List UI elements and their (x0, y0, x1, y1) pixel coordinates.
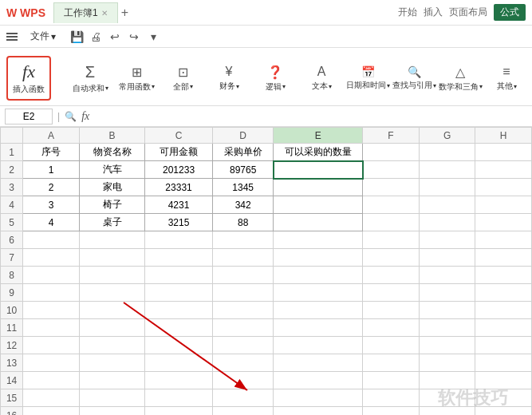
cell-A6[interactable] (23, 231, 80, 249)
cell-C10[interactable] (145, 302, 213, 319)
col-header-b[interactable]: B (79, 128, 144, 144)
text-button[interactable]: A 文本▾ (301, 63, 341, 93)
cell-D8[interactable] (212, 267, 273, 284)
row-header-1[interactable]: 1 (1, 144, 23, 161)
cell-C12[interactable] (145, 337, 213, 354)
cell-F5[interactable] (363, 214, 420, 231)
print-icon[interactable]: 🖨 (88, 29, 104, 45)
cell-C5[interactable]: 3215 (145, 214, 213, 231)
formula-input[interactable] (94, 111, 527, 122)
cell-G3[interactable] (419, 179, 475, 196)
cell-D2[interactable]: 89765 (212, 161, 273, 179)
cell-A7[interactable] (23, 249, 80, 267)
cell-B13[interactable] (79, 354, 144, 372)
cell-G1[interactable] (419, 144, 475, 161)
cell-G7[interactable] (419, 249, 475, 267)
cell-D1[interactable]: 采购单价 (212, 144, 273, 161)
cell-A4[interactable]: 3 (23, 196, 80, 214)
cell-C16[interactable] (145, 407, 213, 416)
tab-formula-active[interactable]: 公式 (494, 4, 526, 21)
row-header-4[interactable]: 4 (1, 196, 23, 214)
cell-E7[interactable] (274, 249, 363, 267)
cell-F3[interactable] (363, 179, 420, 196)
row-header-11[interactable]: 11 (1, 319, 23, 337)
file-menu[interactable]: 文件 ▾ (24, 27, 62, 45)
hamburger-menu-icon[interactable] (6, 33, 18, 41)
cell-D3[interactable]: 1345 (212, 179, 273, 196)
cell-C4[interactable]: 4231 (145, 196, 213, 214)
cell-C9[interactable] (145, 284, 213, 302)
cell-G10[interactable] (419, 302, 475, 319)
col-header-c[interactable]: C (145, 128, 213, 144)
cell-F12[interactable] (363, 337, 420, 354)
cell-B7[interactable] (79, 249, 144, 267)
cell-C6[interactable] (145, 231, 213, 249)
cell-D7[interactable] (212, 249, 273, 267)
cell-E15[interactable] (274, 389, 363, 407)
cell-A16[interactable] (23, 407, 80, 416)
workbook-tab[interactable]: 工作簿1 ✕ (53, 2, 118, 23)
cell-G5[interactable] (419, 214, 475, 231)
cell-G6[interactable] (419, 231, 475, 249)
cell-C3[interactable]: 23331 (145, 179, 213, 196)
cell-E12[interactable] (274, 337, 363, 354)
row-header-8[interactable]: 8 (1, 267, 23, 284)
cell-C11[interactable] (145, 319, 213, 337)
col-header-f[interactable]: F (363, 128, 420, 144)
tab-close-icon[interactable]: ✕ (101, 9, 108, 18)
cell-A2[interactable]: 1 (23, 161, 80, 179)
cell-H11[interactable] (475, 319, 532, 337)
more-icon[interactable]: ▾ (145, 29, 161, 45)
cell-G12[interactable] (419, 337, 475, 354)
cell-B9[interactable] (79, 284, 144, 302)
cell-A9[interactable] (23, 284, 80, 302)
finance-button[interactable]: ¥ 财务▾ (209, 63, 249, 93)
cell-C7[interactable] (145, 249, 213, 267)
row-header-13[interactable]: 13 (1, 354, 23, 372)
cell-E8[interactable] (274, 267, 363, 284)
cell-A14[interactable] (23, 372, 80, 389)
cell-H1[interactable] (475, 144, 532, 161)
cell-E1[interactable]: 可以采购的数量 (274, 144, 363, 161)
cell-A11[interactable] (23, 319, 80, 337)
cell-D13[interactable] (212, 354, 273, 372)
math-button[interactable]: △ 数学和三角▾ (440, 63, 480, 94)
cell-B10[interactable] (79, 302, 144, 319)
cell-H2[interactable] (475, 161, 532, 179)
cell-B12[interactable] (79, 337, 144, 354)
cell-D10[interactable] (212, 302, 273, 319)
lookup-button[interactable]: 🔍 查找与引用▾ (394, 64, 434, 93)
cell-C8[interactable] (145, 267, 213, 284)
cell-F8[interactable] (363, 267, 420, 284)
cell-E11[interactable] (274, 319, 363, 337)
cell-D14[interactable] (212, 372, 273, 389)
formula-bar-zoom-icon[interactable]: 🔍 (65, 111, 77, 122)
cell-F9[interactable] (363, 284, 420, 302)
cell-B5[interactable]: 桌子 (79, 214, 144, 231)
cell-H3[interactable] (475, 179, 532, 196)
tab-page-layout[interactable]: 页面布局 (449, 6, 487, 19)
cell-H4[interactable] (475, 196, 532, 214)
cell-A3[interactable]: 2 (23, 179, 80, 196)
cell-E3[interactable] (274, 179, 363, 196)
cell-G11[interactable] (419, 319, 475, 337)
cell-G9[interactable] (419, 284, 475, 302)
cell-F2[interactable] (363, 161, 420, 179)
cell-C15[interactable] (145, 389, 213, 407)
datetime-button[interactable]: 📅 日期和时间▾ (348, 64, 388, 93)
cell-B14[interactable] (79, 372, 144, 389)
cell-A15[interactable] (23, 389, 80, 407)
cell-H13[interactable] (475, 354, 532, 372)
save-icon[interactable]: 💾 (69, 29, 85, 45)
col-header-d[interactable]: D (212, 128, 273, 144)
cell-F1[interactable] (363, 144, 420, 161)
row-header-12[interactable]: 12 (1, 337, 23, 354)
add-tab-button[interactable]: + (121, 6, 128, 20)
formula-bar-fx-icon[interactable]: fx (81, 110, 89, 123)
cell-F13[interactable] (363, 354, 420, 372)
cell-D4[interactable]: 342 (212, 196, 273, 214)
cell-B11[interactable] (79, 319, 144, 337)
row-header-14[interactable]: 14 (1, 372, 23, 389)
cell-B8[interactable] (79, 267, 144, 284)
row-header-16[interactable]: 16 (1, 407, 23, 416)
